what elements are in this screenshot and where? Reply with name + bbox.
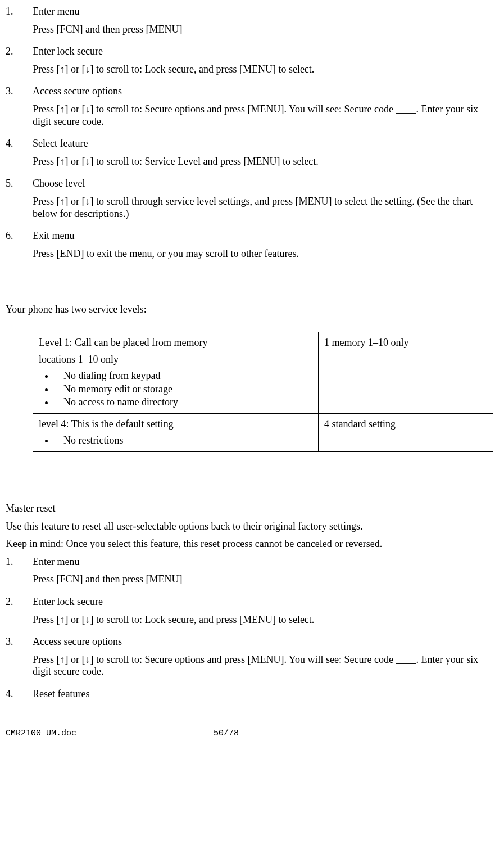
list-item: No restrictions	[55, 435, 312, 447]
step-number: 2.	[6, 46, 33, 80]
step-desc: Press [↑] or [↓] to scroll through servi…	[33, 196, 496, 220]
step-desc: Press [↑] or [↓] to scroll to: Lock secu…	[33, 64, 496, 76]
table-row: level 4: This is the default setting No …	[33, 413, 493, 451]
step-body: Access secure options Press [↑] or [↓] t…	[33, 85, 496, 132]
bullet-list: No dialing from keypad No memory edit or…	[55, 370, 312, 409]
step-desc: Press [FCN] and then press [MENU]	[33, 24, 496, 36]
step-body: Enter lock secure Press [↑] or [↓] to sc…	[33, 46, 496, 80]
step-body: Reset features	[33, 688, 496, 706]
footer-page-number: 50/78	[214, 729, 239, 739]
step-desc: Press [↑] or [↓] to scroll to: Lock secu…	[33, 614, 496, 626]
step-number: 5.	[6, 178, 33, 224]
step-body: Access secure options Press [↑] or [↓] t…	[33, 636, 496, 683]
step-number: 1.	[6, 6, 33, 40]
step-3: 3. Access secure options Press [↑] or [↓…	[6, 85, 496, 132]
step-number: 6.	[6, 230, 33, 264]
step-body: Enter lock secure Press [↑] or [↓] to sc…	[33, 596, 496, 630]
step-desc: Press [↑] or [↓] to scroll to: Service L…	[33, 156, 496, 168]
step-title: Choose level	[33, 178, 496, 190]
levels-intro: Your phone has two service levels:	[6, 304, 496, 316]
page-footer: CMR2100 UM.doc 50/78	[6, 729, 496, 739]
step-2: 2. Enter lock secure Press [↑] or [↓] to…	[6, 46, 496, 80]
table-row: Level 1: Call can be placed from memory …	[33, 332, 493, 413]
service-levels-table: Level 1: Call can be placed from memory …	[33, 332, 493, 452]
step-b3: 3. Access secure options Press [↑] or [↓…	[6, 636, 496, 683]
step-body: Select feature Press [↑] or [↓] to scrol…	[33, 138, 496, 172]
step-title: Exit menu	[33, 230, 496, 242]
footer-filename: CMR2100 UM.doc	[6, 729, 214, 739]
step-desc: Press [END] to exit the menu, or you may…	[33, 248, 496, 260]
step-title: Enter menu	[33, 6, 496, 18]
table-cell-left: level 4: This is the default setting No …	[33, 413, 319, 451]
cell-text: level 4: This is the default setting	[39, 418, 312, 431]
step-title: Enter lock secure	[33, 596, 496, 608]
step-title: Reset features	[33, 688, 496, 701]
table-cell-left: Level 1: Call can be placed from memory …	[33, 332, 319, 413]
step-b2: 2. Enter lock secure Press [↑] or [↓] to…	[6, 596, 496, 630]
step-body: Enter menu Press [FCN] and then press [M…	[33, 6, 496, 40]
step-number: 4.	[6, 688, 33, 706]
step-body: Choose level Press [↑] or [↓] to scroll …	[33, 178, 496, 224]
step-6: 6. Exit menu Press [END] to exit the men…	[6, 230, 496, 264]
step-number: 3.	[6, 85, 33, 132]
step-body: Exit menu Press [END] to exit the menu, …	[33, 230, 496, 264]
step-number: 3.	[6, 636, 33, 683]
master-reset-p2: Keep in mind: Once you select this featu…	[6, 538, 496, 550]
bullet-list: No restrictions	[55, 435, 312, 447]
step-b1: 1. Enter menu Press [FCN] and then press…	[6, 556, 496, 590]
list-item: No dialing from keypad	[55, 370, 312, 382]
step-title: Enter lock secure	[33, 46, 496, 58]
cell-text: locations 1–10 only	[39, 354, 312, 366]
step-title: Enter menu	[33, 556, 496, 568]
table-cell-right: 4 standard setting	[319, 413, 493, 451]
step-desc: Press [↑] or [↓] to scroll to: Secure op…	[33, 654, 496, 678]
step-5: 5. Choose level Press [↑] or [↓] to scro…	[6, 178, 496, 224]
master-reset-p1: Use this feature to reset all user-selec…	[6, 521, 496, 533]
step-b4: 4. Reset features	[6, 688, 496, 706]
list-item: No access to name directory	[55, 396, 312, 409]
step-desc: Press [FCN] and then press [MENU]	[33, 573, 496, 586]
step-4: 4. Select feature Press [↑] or [↓] to sc…	[6, 138, 496, 172]
step-number: 1.	[6, 556, 33, 590]
master-reset-heading: Master reset	[6, 503, 496, 515]
step-title: Access secure options	[33, 85, 496, 98]
table-cell-right: 1 memory 1–10 only	[319, 332, 493, 413]
step-number: 2.	[6, 596, 33, 630]
step-desc: Press [↑] or [↓] to scroll to: Secure op…	[33, 103, 496, 128]
cell-text: Level 1: Call can be placed from memory	[39, 337, 312, 349]
list-item: No memory edit or storage	[55, 383, 312, 396]
step-title: Select feature	[33, 138, 496, 150]
step-1: 1. Enter menu Press [FCN] and then press…	[6, 6, 496, 40]
step-body: Enter menu Press [FCN] and then press [M…	[33, 556, 496, 590]
step-title: Access secure options	[33, 636, 496, 648]
step-number: 4.	[6, 138, 33, 172]
